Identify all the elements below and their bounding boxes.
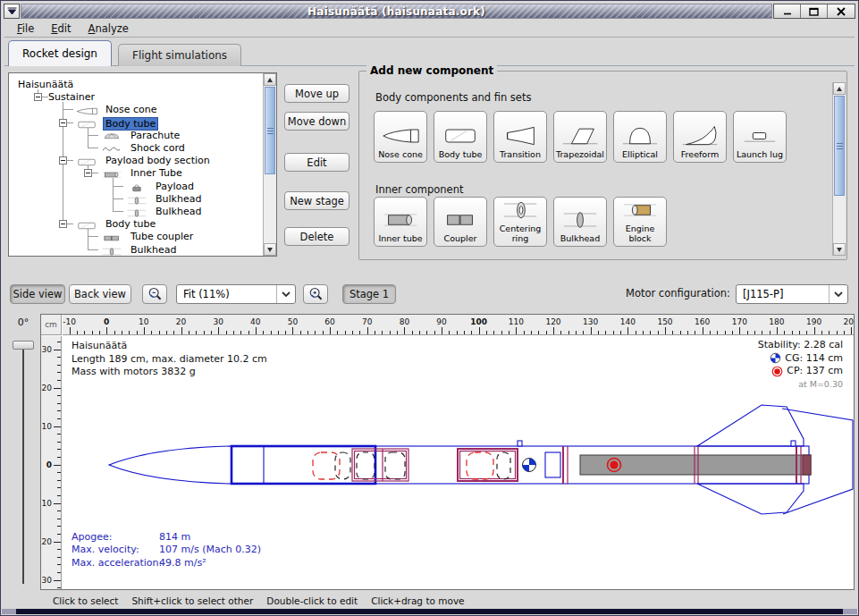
component-button-engineblock[interactable]: Engine block: [613, 197, 667, 247]
edit-button[interactable]: Edit: [284, 153, 349, 172]
rocket-canvas[interactable]: HaisunäätäLength 189 cm, max. diameter 1…: [63, 336, 854, 589]
maximize-button[interactable]: [801, 4, 828, 18]
tree-item[interactable]: Bulkhead: [156, 193, 201, 205]
scroll-down-button[interactable]: [833, 243, 846, 256]
ruler-tick: [204, 331, 205, 334]
ruler-tick: [57, 495, 61, 496]
tree-item[interactable]: Inner Tube: [131, 167, 182, 179]
flight-stat-label: Max. acceleration:: [72, 557, 162, 569]
menu-edit[interactable]: Edit: [46, 21, 75, 37]
tree-expander[interactable]: [59, 119, 67, 127]
title-strip[interactable]: Haisunäätä (haisunaata.ork): [21, 4, 772, 19]
ruler-tick: [598, 331, 599, 334]
component-button-nosecone[interactable]: Nose cone: [374, 111, 427, 163]
ruler-tick: [54, 350, 61, 350]
component-button-label: Inner tube: [378, 234, 422, 244]
rotation-slider-handle[interactable]: [13, 341, 34, 350]
scrollbar-thumb[interactable]: [265, 87, 275, 174]
ruler-tick: [747, 331, 748, 334]
component-button-finell[interactable]: Elliptical: [613, 111, 667, 163]
move-down-button[interactable]: Move down: [284, 112, 349, 131]
ruler-label: 180: [769, 317, 784, 326]
tree-item[interactable]: Body tube: [105, 218, 156, 230]
delete-button[interactable]: Delete: [284, 227, 349, 246]
flight-stat-row: Apogee:814 m: [72, 531, 162, 544]
component-button-innertube[interactable]: Inner tube: [374, 197, 427, 247]
tree-item[interactable]: Payload body section: [105, 155, 210, 166]
ruler-tick: [509, 331, 510, 334]
arrow-up-icon: [267, 75, 273, 82]
zoom-out-button[interactable]: [142, 284, 167, 304]
tree-expander[interactable]: [59, 156, 67, 165]
ruler-tick: [821, 331, 822, 334]
component-button-launchlug[interactable]: Launch lug: [733, 111, 787, 163]
ruler-tick: [471, 331, 472, 334]
horizontal-ruler: -100102030405060708090100110120130140150…: [63, 315, 854, 335]
scroll-up-button[interactable]: [264, 73, 276, 86]
ruler-label: 20: [42, 536, 52, 545]
tree-item[interactable]: Shock cord: [131, 142, 185, 154]
back-view-button[interactable]: Back view: [69, 284, 131, 304]
move-up-button[interactable]: Move up: [284, 84, 349, 103]
tree-scrollbar[interactable]: [263, 73, 276, 256]
ruler-tick: [77, 331, 78, 334]
menu-file[interactable]: File: [13, 21, 38, 37]
ruler-tick: [851, 327, 852, 334]
arrow-down-icon: [837, 248, 842, 255]
tree-item[interactable]: Body tube: [103, 117, 158, 131]
scrollbar-thumb[interactable]: [834, 96, 845, 196]
ruler-tick: [434, 331, 435, 334]
zoom-select[interactable]: Fit (11%): [176, 284, 296, 304]
ruler-tick: [643, 331, 644, 334]
ruler-tick: [568, 331, 569, 334]
finfree-icon: [679, 123, 720, 148]
component-button-fintrap[interactable]: Trapezoidal: [553, 111, 607, 163]
fintrap-icon: [560, 123, 601, 148]
stage-1-toggle[interactable]: Stage 1: [342, 284, 396, 304]
component-button-bulkhead[interactable]: Bulkhead: [553, 197, 607, 247]
tree-expander[interactable]: [59, 220, 67, 228]
ruler-tick: [57, 564, 61, 565]
ruler-tick: [57, 457, 61, 458]
new-stage-button[interactable]: New stage: [284, 191, 349, 210]
minimize-button[interactable]: [774, 4, 801, 18]
component-button-finfree[interactable]: Freeform: [673, 111, 727, 163]
tree-item[interactable]: Parachute: [131, 130, 180, 141]
flight-stat-label: Apogee:: [72, 531, 112, 543]
component-tree[interactable]: HaisunäätäSustainerNose coneBody tubePar…: [9, 73, 263, 256]
component-button-transition[interactable]: Transition: [493, 111, 547, 163]
tree-item[interactable]: Nose cone: [105, 104, 156, 115]
rotation-slider-track[interactable]: [22, 341, 24, 584]
window-menu-button[interactable]: [4, 4, 20, 19]
component-button-bodytube[interactable]: Body tube: [434, 111, 487, 163]
ruler-label: 100: [470, 317, 487, 326]
tree-item[interactable]: Sustainer: [48, 91, 95, 103]
tree-item[interactable]: Payload: [156, 181, 194, 192]
menu-analyze[interactable]: Analyze: [84, 21, 133, 37]
close-button[interactable]: [828, 4, 855, 18]
tree-item[interactable]: Haisunäätä: [18, 79, 73, 90]
component-button-coupler[interactable]: Coupler: [434, 197, 487, 247]
scroll-down-button[interactable]: [264, 243, 276, 256]
zoom-in-button[interactable]: [303, 284, 328, 304]
ruler-tick: [717, 331, 718, 334]
chevron-down-icon: [276, 285, 295, 303]
tree-expander[interactable]: [34, 93, 42, 101]
ruler-label: 140: [620, 317, 636, 326]
scroll-up-button[interactable]: [833, 82, 846, 95]
ruler-tick: [54, 542, 61, 543]
tree-item[interactable]: Bulkhead: [131, 244, 176, 256]
component-button-centering[interactable]: Centering ring: [493, 197, 547, 247]
tree-expander[interactable]: [84, 169, 92, 177]
tab-flight-simulations[interactable]: Flight simulations: [118, 44, 241, 66]
ruler-tick: [114, 331, 115, 334]
tree-item[interactable]: Bulkhead: [156, 206, 201, 217]
ruler-tick: [658, 331, 659, 334]
component-panel-scrollbar[interactable]: [832, 82, 846, 256]
ruler-label: 190: [806, 317, 821, 326]
motor-configuration-select[interactable]: [J115-P]: [736, 284, 848, 304]
tab-rocket-design[interactable]: Rocket design: [8, 40, 112, 66]
tree-item[interactable]: Tube coupler: [131, 231, 193, 242]
side-view-button[interactable]: Side view: [10, 284, 65, 304]
stability-value: Stability: 2.28 cal: [758, 339, 843, 352]
